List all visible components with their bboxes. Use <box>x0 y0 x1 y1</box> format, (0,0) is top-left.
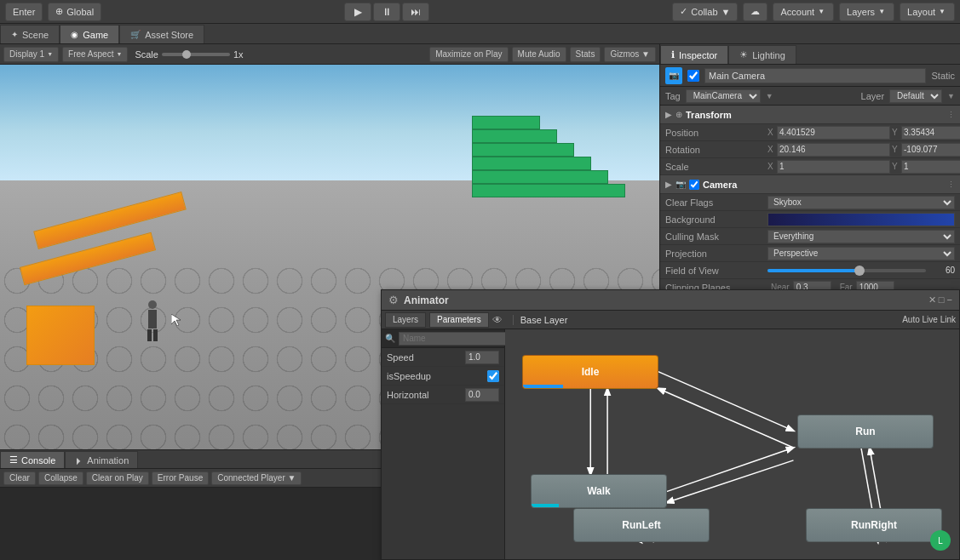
scale-values: X Y Z <box>767 160 960 174</box>
animator-graph[interactable]: Idle Run Walk RunLeft RunRight L <box>505 329 959 559</box>
anim-tab-layers[interactable]: Layers <box>385 312 426 328</box>
clear-on-play-button[interactable]: Clear on Play <box>86 471 149 485</box>
pause-button[interactable]: ⏸ <box>373 3 400 21</box>
active-toggle[interactable] <box>687 70 699 82</box>
svg-line-6 <box>667 460 794 503</box>
fov-slider-container: 60 <box>767 266 955 275</box>
transform-header[interactable]: ▶ ⊕ Transform ⋮ <box>660 106 960 124</box>
layer-dropdown[interactable]: Default <box>889 89 942 103</box>
collab-button[interactable]: ✓ Collab ▼ <box>672 3 738 21</box>
camera-header[interactable]: ▶ 📷 Camera ⋮ <box>660 175 960 194</box>
aspect-selector[interactable]: Free Aspect <box>62 47 128 62</box>
auto-live-link-button[interactable]: Auto Live Link <box>902 315 956 324</box>
layers-button[interactable]: Layers <box>839 3 894 21</box>
tab-game[interactable]: ◉ Game <box>60 25 119 43</box>
play-controls: ▶ ⏸ ⏭ <box>344 3 429 21</box>
eye-icon[interactable]: 👁 <box>492 314 503 326</box>
state-run-left[interactable]: RunLeft <box>573 508 710 542</box>
animator-close-button[interactable]: ✕ □ − <box>928 294 952 306</box>
inspector-object-header: 📷 Static <box>660 65 960 87</box>
animator-body: 🔍 + Speed isSpeedup Horizontal <box>382 329 959 559</box>
global-label: Global <box>66 7 94 17</box>
error-pause-button[interactable]: Error Pause <box>152 471 209 485</box>
step-button[interactable]: ⏭ <box>402 3 429 21</box>
tag-layer-row: Tag MainCamera ▼ Layer Default ▼ <box>660 87 960 106</box>
clear-flags-dropdown[interactable]: Skybox <box>767 196 955 209</box>
mute-audio-button[interactable]: Mute Audio <box>512 47 566 62</box>
cloud-button[interactable]: ☁ <box>743 3 767 21</box>
stats-button[interactable]: Stats <box>570 47 601 62</box>
pos-y-field[interactable] <box>901 126 960 140</box>
anim-tab-parameters[interactable]: Parameters <box>429 312 489 328</box>
display-selector[interactable]: Display 1 <box>3 47 59 62</box>
char-head <box>148 300 157 309</box>
projection-row: Projection Perspective <box>660 245 960 262</box>
camera-icon-box: 📷 <box>665 67 682 84</box>
anim-search-input[interactable] <box>399 332 515 346</box>
speed-value-field[interactable] <box>465 351 499 364</box>
top-toolbar: Enter ⊕ Global ▶ ⏸ ⏭ ✓ Collab ▼ ☁ Accoun… <box>0 0 960 24</box>
anim-search-bar: 🔍 + <box>382 329 504 348</box>
maximize-button[interactable]: Maximize on Play <box>429 47 508 62</box>
background-color-picker[interactable] <box>767 213 955 226</box>
char-legs <box>147 329 158 341</box>
svg-line-3 <box>658 372 794 431</box>
camera-active-toggle[interactable] <box>689 180 699 190</box>
scale-value: 1x <box>233 49 244 60</box>
character-model <box>145 300 160 341</box>
live-indicator: L <box>930 530 951 551</box>
state-run[interactable]: Run <box>797 414 934 449</box>
tab-inspector[interactable]: ℹ Inspector <box>660 45 728 64</box>
gizmos-button[interactable]: Gizmos ▼ <box>604 47 656 62</box>
base-layer-label: Base Layer <box>513 315 568 325</box>
ramp-step-5 <box>472 129 557 143</box>
background-row: Background <box>660 211 960 228</box>
layout-button[interactable]: Layout <box>900 3 955 21</box>
scale-row: Scale X Y Z <box>660 158 960 175</box>
tab-lighting[interactable]: ☀ Lighting <box>728 45 796 64</box>
connected-player-button[interactable]: Connected Player ▼ <box>211 471 302 485</box>
horizontal-param-row: Horizontal <box>382 386 504 404</box>
account-button[interactable]: Account <box>773 3 834 21</box>
scale-slider[interactable] <box>162 53 230 56</box>
ramp-step-2 <box>472 170 608 184</box>
horizontal-value-field[interactable] <box>465 388 499 402</box>
pos-x-field[interactable] <box>777 126 890 140</box>
animator-panel: ⚙ Animator ✕ □ − Layers Parameters 👁 Bas… <box>381 289 960 560</box>
state-idle[interactable]: Idle <box>522 355 658 389</box>
state-run-right[interactable]: RunRight <box>806 508 942 542</box>
tab-scene[interactable]: ✦ Scene <box>0 25 60 43</box>
main-tabs-row: ✦ Scene ◉ Game 🛒 Asset Store <box>0 24 960 44</box>
animator-tabs-row: Layers Parameters 👁 Base Layer Auto Live… <box>382 311 959 329</box>
projection-dropdown[interactable]: Perspective <box>767 247 955 260</box>
play-button[interactable]: ▶ <box>344 3 371 21</box>
animator-title: Animator <box>404 294 449 306</box>
position-row: Position X Y Z <box>660 124 960 141</box>
inspector-tabs: ℹ Inspector ☀ Lighting <box>660 44 960 65</box>
tab-animation[interactable]: ⏵ Animation <box>65 451 138 468</box>
scale-y-field[interactable] <box>901 160 960 174</box>
is-speedup-param-row: isSpeedup <box>382 367 504 386</box>
fov-slider[interactable] <box>767 269 926 272</box>
static-label: Static <box>931 71 955 81</box>
state-walk[interactable]: Walk <box>531 474 667 508</box>
rot-x-field[interactable] <box>777 143 890 157</box>
game-toolbar: Display 1 Free Aspect Scale 1x Maximize … <box>0 44 659 65</box>
tab-asset-store[interactable]: 🛒 Asset Store <box>119 25 204 43</box>
enter-button[interactable]: Enter <box>5 3 43 21</box>
collapse-button[interactable]: Collapse <box>38 471 83 485</box>
culling-mask-dropdown[interactable]: Everything <box>767 230 955 243</box>
svg-line-4 <box>658 388 794 447</box>
object-name-field[interactable] <box>704 68 926 83</box>
tag-dropdown[interactable]: MainCamera <box>686 89 761 103</box>
is-speedup-checkbox[interactable] <box>487 370 499 382</box>
speed-param-row: Speed <box>382 348 504 367</box>
ramp-step-1 <box>472 184 625 197</box>
tab-console[interactable]: ☰ Console <box>0 451 65 468</box>
rot-y-field[interactable] <box>901 143 960 157</box>
enter-label: Enter <box>13 7 35 17</box>
scale-container: Scale 1x <box>135 49 243 60</box>
scale-x-field[interactable] <box>777 160 890 174</box>
global-button[interactable]: ⊕ Global <box>48 3 101 21</box>
clear-button[interactable]: Clear <box>3 471 36 485</box>
